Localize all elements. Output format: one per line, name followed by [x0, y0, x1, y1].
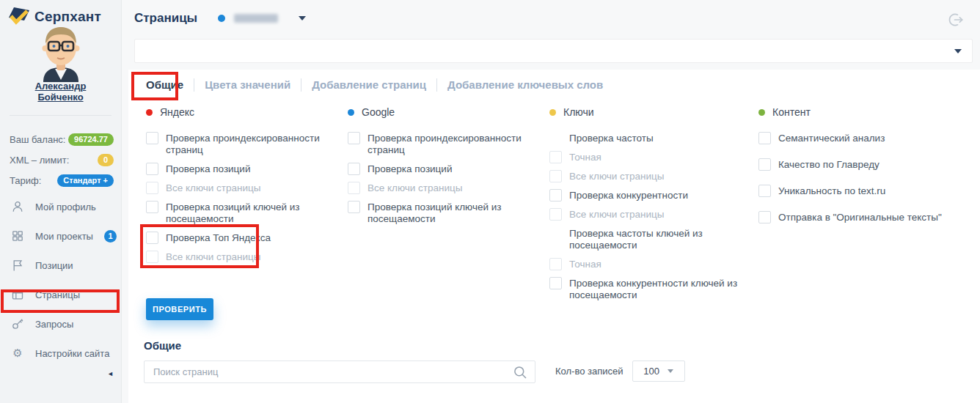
tab-dobavlenie-klyuchevykh-slov[interactable]: Добавление ключевых слов: [436, 78, 613, 92]
group-header: Ключи: [549, 106, 758, 118]
check-button[interactable]: ПРОВЕРИТЬ: [146, 298, 213, 320]
checkbox-label[interactable]: Все ключи страницы: [166, 251, 260, 263]
checkbox[interactable]: [549, 277, 562, 289]
checkbox[interactable]: [549, 258, 562, 270]
checkbox-row: Проверка конкурентности ключей из посеща…: [549, 277, 758, 301]
logout-icon[interactable]: [948, 12, 964, 31]
sidebar-item-projects[interactable]: Мои проекты 1: [0, 221, 121, 251]
sidebar-menu: Мой профиль Мои проекты 1 Позиции Страни…: [0, 192, 121, 368]
tab-dobavlenie-stranits[interactable]: Добавление страниц: [301, 78, 436, 92]
checkbox[interactable]: [758, 211, 771, 223]
checkbox-label[interactable]: Все ключи страницы: [569, 170, 664, 182]
user-avatar: [32, 25, 89, 85]
group-content: Контент Семантический анализ Качество по…: [758, 106, 960, 308]
group-header: Google: [348, 106, 549, 118]
checkbox-label[interactable]: Все ключи страницы: [166, 182, 260, 194]
checkbox-label[interactable]: Все ключи страницы: [569, 208, 664, 221]
checkbox-row: Уникальность по text.ru: [758, 185, 960, 197]
checkbox-label[interactable]: Все ключи страницы: [368, 182, 462, 194]
sidebar-item-label: Страницы: [35, 289, 80, 300]
checkbox[interactable]: [758, 158, 771, 171]
group-google: Google Проверка проиндексированности стр…: [348, 106, 549, 308]
tab-tsveta-znacheniy[interactable]: Цвета значений: [194, 78, 301, 92]
checkbox-row: Проверка проиндексированности страниц: [146, 132, 348, 156]
checkbox-label[interactable]: Проверка конкурентности: [569, 189, 688, 202]
sidebar-item-positions[interactable]: Позиции: [0, 251, 121, 280]
user-name-link[interactable]: Александр Бойченко: [29, 81, 92, 103]
checkbox-row: Все ключи страницы: [348, 182, 549, 194]
checkbox-label[interactable]: Семантический анализ: [778, 132, 885, 144]
tariff-badge[interactable]: Стандарт +: [57, 174, 114, 187]
records-value: 100: [643, 366, 659, 377]
checkbox-label[interactable]: Отправка в "Оригинальные тексты": [778, 211, 942, 223]
projects-count-badge: 1: [104, 230, 117, 243]
group-keys: Ключи Проверка частоты Точная Все ключи …: [549, 106, 758, 308]
user-icon: [11, 200, 24, 213]
sidebar-item-label: Позиции: [35, 260, 73, 271]
checkbox[interactable]: [348, 132, 360, 144]
check-group-label: Проверка частоты ключей из посещаемости: [549, 227, 758, 251]
chevron-down-icon: [954, 49, 962, 53]
records-per-page-select[interactable]: 100: [632, 361, 685, 382]
checkbox[interactable]: [758, 132, 771, 144]
checkbox[interactable]: [146, 232, 158, 244]
checkbox-label[interactable]: Проверка позиций: [368, 163, 452, 175]
project-name-blurred: [234, 14, 278, 23]
checkbox[interactable]: [146, 163, 158, 175]
checkbox[interactable]: [348, 163, 360, 175]
sidebar-item-site-settings[interactable]: ⚙ Настройки сайта: [0, 339, 121, 368]
checkbox[interactable]: [549, 151, 562, 163]
checkbox-label[interactable]: Проверка проиндексированности страниц: [166, 132, 336, 156]
sidebar-item-profile[interactable]: Мой профиль: [0, 192, 121, 221]
checkbox-row: Проверка позиций: [348, 163, 549, 175]
check-group-label-text: Проверка частоты ключей из посещаемости: [569, 227, 739, 251]
checkbox-row: Проверка проиндексированности страниц: [348, 132, 549, 156]
sidebar-item-label: Настройки сайта: [35, 348, 109, 359]
sidebar-item-label: Запросы: [35, 319, 73, 330]
list-section-title: Общие: [144, 339, 181, 352]
app-logo[interactable]: Серпхант: [8, 7, 101, 26]
checkbox[interactable]: [348, 182, 360, 194]
settings-panel: Общие Цвета значений Добавление страниц …: [128, 70, 980, 403]
checkbox-label[interactable]: Точная: [569, 151, 601, 163]
checkbox[interactable]: [146, 132, 158, 144]
search-icon[interactable]: [513, 365, 528, 383]
xml-limit-label: XML – лимит:: [10, 155, 69, 166]
checkbox[interactable]: [348, 201, 360, 213]
search-input[interactable]: [145, 361, 535, 382]
checkbox-label[interactable]: Проверка конкурентности ключей из посеща…: [569, 277, 739, 301]
checkbox[interactable]: [549, 170, 562, 182]
checkbox-label[interactable]: Проверка Топ Яндекса: [166, 232, 271, 244]
checkbox[interactable]: [146, 201, 158, 213]
page-search: [144, 361, 535, 383]
checkbox-label[interactable]: Проверка проиндексированности страниц: [368, 132, 538, 156]
project-switcher[interactable]: [218, 14, 306, 23]
account-stats: Ваш баланс: 96724.77 XML – лимит: 0 Тари…: [10, 129, 114, 191]
sidebar-collapse-arrow[interactable]: ◄: [107, 370, 114, 377]
checkbox-label[interactable]: Проверка позиций ключей из посещаемости: [368, 201, 538, 225]
checkbox[interactable]: [146, 251, 158, 263]
key-icon: [11, 317, 24, 330]
checkbox-label[interactable]: Точная: [569, 258, 601, 270]
checkbox-label[interactable]: Уникальность по text.ru: [778, 185, 885, 197]
grid-icon: [11, 229, 24, 243]
balance-label: Ваш баланс:: [10, 134, 65, 145]
sidebar-item-queries[interactable]: Запросы: [0, 309, 121, 339]
sidebar: Серпхант Александр Бойченко Ваш баланс: …: [0, 0, 122, 403]
checkbox[interactable]: [758, 185, 771, 197]
checkbox-label[interactable]: Проверка позиций: [166, 163, 250, 175]
checkbox[interactable]: [549, 189, 562, 202]
tab-obshchie[interactable]: Общие: [146, 78, 194, 92]
project-select[interactable]: [134, 39, 973, 63]
checkbox-label[interactable]: Качество по Главреду: [778, 158, 880, 171]
group-title: Ключи: [563, 106, 594, 118]
checkbox-label[interactable]: Проверка позиций ключей из посещаемости: [166, 201, 336, 225]
sidebar-item-pages[interactable]: Страницы: [0, 280, 121, 309]
checkbox-row: Качество по Главреду: [758, 158, 960, 171]
checkbox-row: Проверка позиций: [146, 163, 348, 175]
checkbox-row: Проверка позиций ключей из посещаемости: [348, 201, 549, 225]
checkbox[interactable]: [146, 182, 158, 194]
records-label: Кол-во записей: [555, 361, 624, 382]
checkbox[interactable]: [549, 208, 562, 221]
check-groups: Яндекс Проверка проиндексированности стр…: [146, 106, 960, 308]
